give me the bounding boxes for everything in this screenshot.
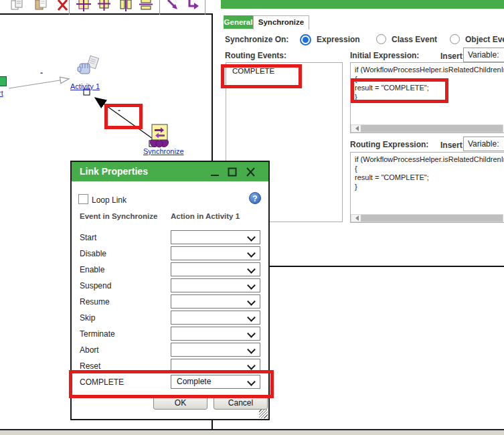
dialog-title-bar[interactable]: Link Properties (72, 162, 268, 181)
screenshot-root: rt - Activity 1 - Synchronize (0, 0, 504, 435)
add-cell-icon[interactable] (96, 0, 112, 13)
event-label: Resume (80, 297, 110, 307)
event-label: Terminate (80, 329, 115, 339)
ok-button[interactable]: OK (153, 396, 207, 410)
activity-node-label[interactable]: Activity 1 (70, 82, 100, 90)
loop-link-label[interactable]: Loop Link (92, 195, 127, 205)
activity-node-icon[interactable] (76, 55, 102, 82)
initial-expression-scrollbar[interactable] (351, 124, 503, 133)
chevron-down-icon (247, 297, 256, 306)
scrollbar-thumb[interactable] (361, 125, 503, 132)
event-label: Disable (80, 249, 106, 258)
chevron-down-icon (247, 361, 256, 370)
action-dropdown[interactable] (171, 230, 260, 244)
action-dropdown[interactable] (171, 294, 260, 309)
scrollbar-thumb[interactable] (361, 215, 503, 222)
event-column-header: Event in Synchronize (80, 212, 157, 220)
dialog-row-abort: Abort (80, 343, 263, 358)
action-column-header: Action in Activity 1 (171, 212, 240, 220)
toolbar-separator (159, 0, 160, 15)
chevron-down-icon (247, 265, 256, 274)
routing-event-item[interactable]: COMPLETE (232, 67, 274, 75)
action-dropdown[interactable] (171, 246, 260, 260)
action-dropdown[interactable] (171, 278, 260, 292)
dialog-row-terminate: Terminate (80, 327, 263, 342)
scroll-left-arrow-icon[interactable] (353, 126, 359, 131)
synchronize-node-icon[interactable] (146, 122, 173, 149)
help-icon[interactable]: ? (249, 192, 261, 204)
action-dropdown[interactable] (171, 343, 260, 357)
toolbar-separator (69, 0, 70, 15)
scroll-left-arrow-icon[interactable] (353, 215, 359, 221)
radio-object-event-label[interactable]: Object Event (465, 35, 504, 44)
radio-object-event[interactable] (450, 34, 460, 44)
radio-class-event-label[interactable]: Class Event (392, 35, 437, 44)
event-label: COMPLETE (80, 377, 124, 387)
action-dropdown[interactable] (171, 327, 260, 341)
initial-expression-label: Initial Expression: (350, 51, 419, 60)
dialog-row-disable: Disable (80, 247, 263, 262)
loop-link-checkbox[interactable] (78, 194, 88, 204)
panel-header-bar (221, 0, 504, 9)
resize-grip[interactable] (259, 410, 268, 418)
dialog-row-complete: COMPLETE Complete (80, 375, 263, 390)
diagonal-link-arrow-icon[interactable] (165, 0, 181, 13)
radio-class-event[interactable] (376, 34, 386, 44)
distribute-horizontal-icon[interactable] (118, 0, 134, 13)
chevron-down-icon (247, 233, 256, 242)
action-dropdown[interactable] (171, 359, 260, 373)
synchronize-node-label[interactable]: Synchronize (143, 147, 184, 155)
toolbar-separator (205, 0, 205, 15)
dialog-row-reset: Reset (80, 359, 263, 374)
link-label[interactable]: - (118, 106, 120, 115)
event-label: Skip (80, 313, 95, 323)
bottom-bar (0, 429, 504, 435)
link-label[interactable]: - (40, 68, 43, 78)
cancel-button[interactable]: Cancel (214, 396, 268, 410)
action-dropdown[interactable] (171, 262, 260, 276)
distribute-vertical-icon[interactable] (138, 0, 154, 13)
insert-label: Insert: (440, 141, 465, 150)
chevron-down-icon (247, 313, 256, 322)
branch-arrow-icon[interactable] (185, 0, 201, 13)
chevron-down-icon (247, 377, 256, 386)
variable-dropdown[interactable]: Variable: (463, 137, 504, 151)
toolbar (0, 0, 213, 15)
minimize-icon[interactable] (209, 167, 221, 177)
dialog-row-enable: Enable (80, 263, 263, 278)
paste-icon[interactable] (33, 0, 50, 13)
action-dropdown[interactable]: Complete (171, 375, 260, 389)
routing-expression-scrollbar[interactable] (351, 214, 503, 222)
event-label: Start (80, 233, 96, 242)
maximize-icon[interactable] (227, 167, 238, 177)
chevron-down-icon (247, 249, 256, 258)
variable-dropdown[interactable]: Variable: (463, 48, 504, 62)
routing-expression-code: if (WorkflowProcessHelper.isRelatedChild… (355, 155, 504, 191)
initial-expression-code: if (WorkflowProcessHelper.isRelatedChild… (355, 66, 504, 102)
start-node[interactable] (0, 76, 7, 86)
radio-expression-label[interactable]: Expression (317, 35, 360, 44)
synchronize-on-label: Synchronize On: (225, 35, 288, 44)
chevron-down-icon (247, 329, 256, 338)
start-node-label[interactable]: rt (0, 89, 3, 97)
close-icon[interactable] (245, 167, 256, 177)
event-label: Reset (80, 361, 100, 371)
tab-synchronize[interactable]: Synchronize (253, 15, 309, 29)
radio-expression[interactable] (300, 34, 311, 46)
action-dropdown[interactable] (171, 311, 260, 325)
event-label: Enable (80, 265, 104, 274)
insert-label: Insert: (440, 52, 465, 61)
copy-icon[interactable] (9, 0, 25, 13)
add-frame-icon[interactable] (75, 0, 91, 13)
dialog-row-start: Start (80, 231, 263, 246)
dialog-row-suspend: Suspend (80, 279, 263, 294)
dialog-row-resume: Resume (80, 295, 263, 310)
routing-expression-editor[interactable]: if (WorkflowProcessHelper.isRelatedChild… (350, 152, 504, 223)
chevron-down-icon (247, 345, 256, 354)
initial-expression-editor[interactable]: if (WorkflowProcessHelper.isRelatedChild… (350, 62, 504, 133)
tab-general[interactable]: General (224, 15, 253, 29)
routing-events-label: Routing Events: (225, 51, 286, 60)
link-properties-dialog: Link Properties Loop Link ? Event in Syn… (70, 161, 270, 420)
event-label: Abort (80, 345, 99, 355)
chevron-down-icon (247, 281, 256, 290)
